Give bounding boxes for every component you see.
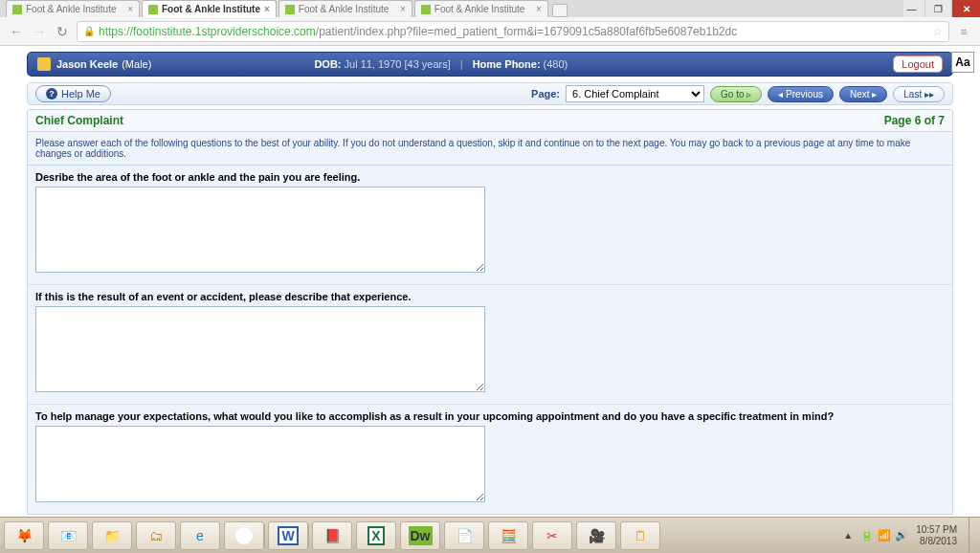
browser-tab[interactable]: Foot & Ankle Institute× <box>414 0 548 17</box>
new-tab-button[interactable] <box>552 4 568 17</box>
back-button[interactable]: ← <box>8 23 25 40</box>
tray-volume-icon[interactable]: 🔊 <box>895 529 908 542</box>
close-tab-icon[interactable]: × <box>536 4 542 14</box>
close-tab-icon[interactable]: × <box>400 4 406 14</box>
favicon-icon <box>421 5 431 14</box>
question-label-1: Desribe the area of the foot or ankle an… <box>35 171 945 183</box>
answer-textarea-3[interactable] <box>35 426 485 502</box>
tab-title: Foot & Ankle Institute <box>434 4 525 14</box>
phone-label: Home Phone: <box>473 58 541 70</box>
tray-show-hidden-icon[interactable]: ▲ <box>843 530 853 541</box>
chrome-menu-button[interactable]: ≡ <box>955 23 972 40</box>
system-tray: ▲ 🔋 📶 🔊 10:57 PM 8/8/2013 <box>843 524 965 547</box>
browser-toolbar: ← → ↻ 🔒 https://footinstitute.1stprovide… <box>0 17 980 46</box>
last-button[interactable]: Last ▸▸ <box>893 86 945 102</box>
browser-tab[interactable]: Foot & Ankle Institute× <box>142 0 277 17</box>
help-button[interactable]: Help Me <box>35 85 111 102</box>
clock-time: 10:57 PM <box>916 524 957 536</box>
forward-button[interactable]: → <box>31 23 48 40</box>
browser-tab[interactable]: Foot & Ankle Institute× <box>6 0 140 17</box>
tab-title: Foot & Ankle Institute <box>26 4 117 14</box>
taskbar-chrome[interactable] <box>224 521 264 550</box>
patient-header: Jason Keele (Male) DOB:Jul 11, 1970 [43 … <box>27 52 953 77</box>
question-label-2: If this is the result of an event or acc… <box>35 291 945 302</box>
taskbar-acrobat[interactable]: 📕 <box>312 521 352 550</box>
text-size-widget[interactable]: Aa <box>951 52 974 73</box>
patient-avatar-icon <box>37 57 51 71</box>
patient-gender: (Male) <box>122 58 151 70</box>
url-protocol: https:// <box>99 25 133 38</box>
section-title: Chief Complaint <box>35 114 123 127</box>
dob-value: Jul 11, 1970 [43 years] <box>345 58 451 70</box>
goto-button[interactable]: Go to ▹ <box>710 86 762 102</box>
taskbar-snip[interactable]: ✂ <box>532 521 572 550</box>
url-path: /patient/index.php?file=med_patient_form… <box>316 25 737 38</box>
answer-textarea-2[interactable] <box>35 306 485 392</box>
phone-value: (480) <box>544 58 568 70</box>
section-header: Chief Complaint Page 6 of 7 <box>27 109 953 132</box>
tray-battery-icon[interactable]: 🔋 <box>860 529 874 542</box>
dob-label: DOB: <box>314 58 341 70</box>
taskbar-firefox[interactable]: 🦊 <box>4 521 44 550</box>
windows-taskbar: 🦊 📧 📁 🗂 e W 📕 X Dw 📄 🧮 ✂ 🎥 🗒 ▲ 🔋 📶 🔊 10:… <box>0 517 980 553</box>
taskbar-camtasia[interactable]: 🎥 <box>576 521 616 550</box>
clock-date: 8/8/2013 <box>916 536 957 547</box>
taskbar-word[interactable]: W <box>268 521 308 550</box>
close-tab-icon[interactable]: × <box>264 4 270 14</box>
close-tab-icon[interactable]: × <box>127 4 133 14</box>
previous-button[interactable]: ◂ Previous <box>768 86 834 102</box>
taskbar-notepad[interactable]: 📄 <box>444 521 484 550</box>
favicon-icon <box>148 5 158 14</box>
form-body: Desribe the area of the foot or ankle an… <box>27 166 953 515</box>
url-host: footinstitute.1stproviderschoice.com <box>133 25 316 38</box>
page-nav-bar: Help Me Page: 6. Chief Complaint Go to ▹… <box>27 82 953 105</box>
address-bar[interactable]: 🔒 https://footinstitute.1stproviderschoi… <box>77 21 949 42</box>
taskbar-sticky[interactable]: 🗒 <box>620 521 660 550</box>
reload-button[interactable]: ↻ <box>54 23 71 40</box>
taskbar-ie[interactable]: e <box>180 521 220 550</box>
window-maximize[interactable] <box>924 0 951 17</box>
taskbar-dreamweaver[interactable]: Dw <box>400 521 440 550</box>
taskbar-excel[interactable]: X <box>356 521 396 550</box>
window-close[interactable] <box>951 0 980 17</box>
help-label: Help Me <box>61 88 100 100</box>
question-label-3: To help manage your expectations, what w… <box>35 410 945 422</box>
separator: | <box>460 58 463 70</box>
answer-textarea-1[interactable] <box>35 187 485 273</box>
taskbar-calculator[interactable]: 🧮 <box>488 521 528 550</box>
bookmark-star-icon[interactable]: ☆ <box>932 25 943 38</box>
tab-title: Foot & Ankle Institute <box>162 4 260 14</box>
favicon-icon <box>285 5 295 14</box>
next-button[interactable]: Next ▸ <box>839 86 887 102</box>
taskbar-outlook[interactable]: 📧 <box>48 521 88 550</box>
page-select-label: Page: <box>531 88 560 100</box>
instructions-text: Please answer each of the following ques… <box>27 132 953 166</box>
show-desktop-button[interactable] <box>969 518 976 554</box>
tab-title: Foot & Ankle Institute <box>299 4 390 14</box>
taskbar-explorer[interactable]: 📁 <box>92 521 132 550</box>
taskbar-clock[interactable]: 10:57 PM 8/8/2013 <box>916 524 957 547</box>
tray-network-icon[interactable]: 📶 <box>878 529 891 542</box>
browser-tab-strip: Foot & Ankle Institute× Foot & Ankle Ins… <box>0 0 903 17</box>
page-select-dropdown[interactable]: 6. Chief Complaint <box>566 85 704 102</box>
browser-tab[interactable]: Foot & Ankle Institute× <box>278 0 412 17</box>
page-content: Jason Keele (Male) DOB:Jul 11, 1970 [43 … <box>0 46 980 517</box>
lock-icon: 🔒 <box>83 26 95 36</box>
favicon-icon <box>12 5 22 14</box>
patient-name: Jason Keele <box>56 58 118 70</box>
taskbar-libraries[interactable]: 🗂 <box>136 521 176 550</box>
logout-button[interactable]: Logout <box>893 55 943 73</box>
page-number: Page 6 of 7 <box>884 114 945 127</box>
